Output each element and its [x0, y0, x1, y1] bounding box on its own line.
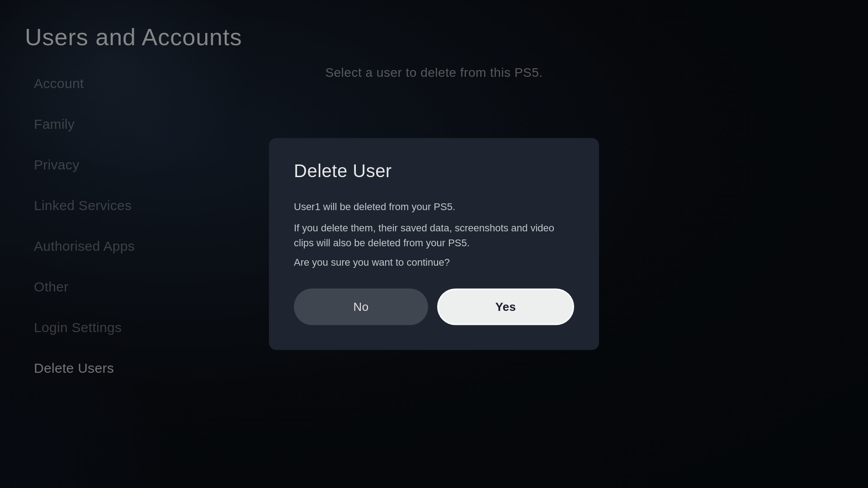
- dialog-body-line1: User1 will be deleted from your PS5.: [294, 199, 574, 214]
- dialog-body-line2: If you delete them, their saved data, sc…: [294, 221, 574, 250]
- delete-user-dialog: Delete User User1 will be deleted from y…: [269, 138, 599, 350]
- no-button[interactable]: No: [294, 289, 428, 325]
- dialog-title: Delete User: [294, 161, 574, 181]
- dialog-buttons: No Yes: [294, 289, 574, 325]
- yes-button[interactable]: Yes: [437, 289, 574, 325]
- dialog-question: Are you sure you want to continue?: [294, 257, 574, 268]
